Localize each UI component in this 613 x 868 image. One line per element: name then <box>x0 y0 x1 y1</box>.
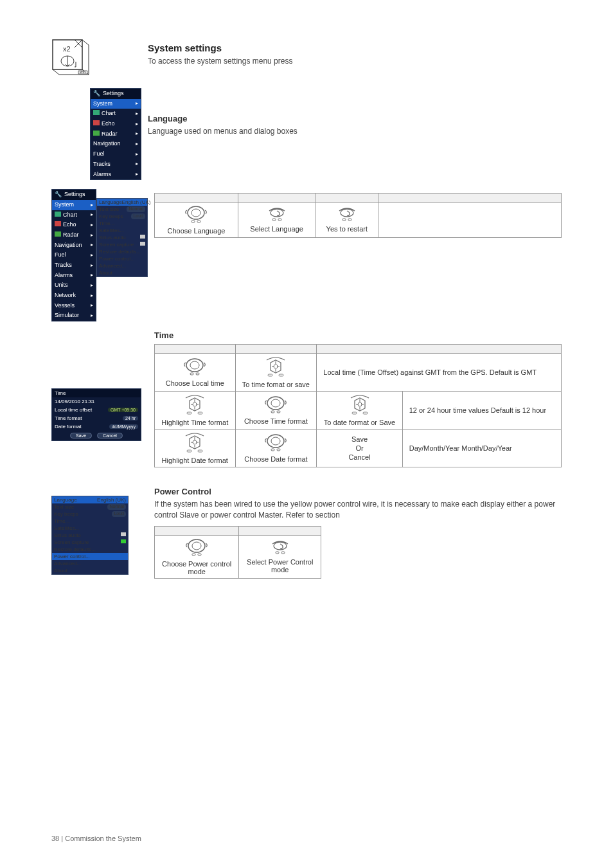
cell-dateformat-desc: Day/Month/Year Month/Day/Year <box>402 429 561 467</box>
language-table-row: 🔧Settings System▸ Chart▸ Echo▸ Radar▸ Na… <box>51 189 562 321</box>
cell-choose-local-time: Choose Local time <box>155 354 236 392</box>
page-footer: 38 | Commission the System <box>51 835 141 842</box>
menu-item-navigation: Navigation▸ <box>91 139 141 149</box>
cell-yes-restart: Yes to restart <box>315 203 378 238</box>
menu-item-tracks: Tracks▸ <box>91 159 141 170</box>
time-heading: Time <box>154 330 562 340</box>
dpad-icon <box>263 356 289 378</box>
power-control-heading: Power Control <box>154 487 562 496</box>
device-x2-label: x2 <box>63 45 71 53</box>
dpad-icon <box>182 432 208 454</box>
dpad-icon <box>182 394 208 416</box>
time-panel-header: Time <box>52 389 141 397</box>
settings-menu-small: 🔧Settings System▸ Chart▸ Echo▸ Radar▸ Na… <box>90 88 141 180</box>
rotary-icon <box>263 433 289 453</box>
cell-choose-date-format: Choose Date format <box>235 429 317 467</box>
system-settings-row: x2 WIN System settings To access the sys… <box>51 39 562 79</box>
menu-item-system: System▸ <box>52 200 96 210</box>
power-control-text: If the system has been wired to use the … <box>154 499 562 521</box>
svg-line-15 <box>82 40 89 45</box>
cell-highlight-date-format: Highlight Date format <box>155 429 236 467</box>
save-button[interactable]: Save <box>70 433 92 439</box>
time-steps-table: Choose Local time To time fomat or save … <box>154 344 562 467</box>
time-now-row: 14/09/2010 21:31 <box>52 397 141 406</box>
cell-timeformat-desc: 12 or 24 hour time values Default is 12 … <box>402 392 561 429</box>
device-diagram: x2 WIN <box>51 39 141 79</box>
cell-to-date-format: To date format or Save <box>317 392 402 429</box>
submenu-language: LanguageEnglish (UK) <box>97 199 147 206</box>
cell-localtime-desc: Local time (Time Offset) against GMT fro… <box>317 354 562 392</box>
menu-item-radar: Radar▸ <box>91 129 141 140</box>
cancel-button[interactable]: Cancel <box>97 433 123 439</box>
power-control-menu: LanguageEnglish (UK) Text sizeNormal Key… <box>51 496 129 575</box>
enter-icon <box>334 207 360 222</box>
enter-icon <box>267 540 293 556</box>
menu-item-fuel: Fuel▸ <box>91 149 141 159</box>
enter-icon <box>264 207 290 222</box>
time-format-row: Time format24 hr <box>52 414 141 422</box>
submenu-power-control: Power control... <box>52 553 128 560</box>
time-offset-row: Local time offsetGMT +09:30 <box>52 406 141 414</box>
time-panel: Time 14/09/2010 21:31 Local time offsetG… <box>51 388 141 441</box>
language-steps-table: Choose Language Select Language Yes to r… <box>154 193 562 238</box>
power-control-row: LanguageEnglish (UK) Text sizeNormal Key… <box>51 487 562 579</box>
rotary-icon <box>182 357 208 377</box>
language-row: 🔧Settings System▸ Chart▸ Echo▸ Radar▸ Na… <box>51 88 562 180</box>
cell-select-pc-mode: Select Power Control mode <box>239 535 321 578</box>
language-heading: Language <box>148 114 562 123</box>
dpad-icon <box>347 394 373 416</box>
system-settings-heading: System settings <box>148 42 562 53</box>
menu-item-echo: Echo▸ <box>91 119 141 129</box>
date-format-row: Date formatdd/MM/yyyy <box>52 422 141 431</box>
cell-select-language: Select Language <box>238 203 315 238</box>
cell-highlight-time-format: Highlight Time format <box>155 392 236 429</box>
wrench-icon: 🔧 <box>93 90 100 98</box>
cell-save-or-cancel: Save Or Cancel <box>317 429 402 467</box>
cell-to-time-format: To time fomat or save <box>235 354 317 392</box>
menu-item-alarms: Alarms▸ <box>91 170 141 180</box>
rotary-icon <box>184 538 209 557</box>
language-text: Language used on menus and dialog boxes <box>148 126 562 137</box>
cell-choose-time-format: Choose Time format <box>235 392 317 429</box>
power-control-steps-table: Choose Power control mode Select Power C… <box>154 526 321 579</box>
svg-text:WIN: WIN <box>80 70 86 74</box>
time-row: Time 14/09/2010 21:31 Local time offsetG… <box>51 330 562 467</box>
menu-item-chart: Chart▸ <box>91 109 141 119</box>
cell-choose-language: Choose Language <box>155 203 238 238</box>
system-settings-text: To access the system settings menu press <box>148 56 562 67</box>
rotary-icon <box>263 395 289 415</box>
menu-item-system: System▸ <box>91 99 141 109</box>
wrench-icon: 🔧 <box>55 191 62 199</box>
rotary-icon <box>183 205 209 224</box>
svg-line-18 <box>53 69 59 75</box>
system-submenu: LanguageEnglish (UK) Text sizeNormal Key… <box>96 198 148 277</box>
settings-menu-large: 🔧Settings System▸ Chart▸ Echo▸ Radar▸ Na… <box>51 189 96 321</box>
cell-choose-pc-mode: Choose Power control mode <box>155 535 239 578</box>
